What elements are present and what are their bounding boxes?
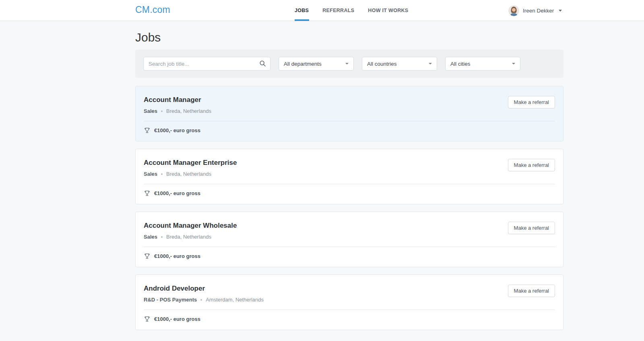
cm-logo[interactable]: CM.com bbox=[135, 4, 170, 15]
job-location: Breda, Netherlands bbox=[166, 108, 211, 114]
job-list: Account Manager Sales Breda, Netherlands… bbox=[135, 86, 564, 330]
page-title: Jobs bbox=[135, 31, 564, 44]
nav-tab-jobs[interactable]: JOBS bbox=[294, 0, 310, 21]
trophy-icon bbox=[144, 190, 151, 197]
job-reward-text: €1000,- euro gross bbox=[154, 127, 200, 133]
countries-dropdown[interactable]: All countries bbox=[362, 57, 437, 71]
trophy-icon bbox=[144, 253, 151, 260]
departments-dropdown-value: All departments bbox=[284, 61, 322, 67]
job-card-account-manager-enterprise[interactable]: Account Manager Enterprise Sales Breda, … bbox=[135, 149, 564, 204]
main-content: Jobs All departments All countries All c… bbox=[135, 31, 564, 330]
job-reward: €1000,- euro gross bbox=[144, 121, 555, 139]
nav-tab-how-it-works-label: HOW IT WORKS bbox=[368, 8, 408, 13]
job-title: Account Manager Wholesale bbox=[144, 222, 555, 230]
top-header: CM.com JOBS REFERRALS HOW IT WORKS Ireen… bbox=[0, 0, 644, 21]
job-meta: Sales Breda, Netherlands bbox=[144, 234, 555, 240]
job-location: Amsterdam, Netherlands bbox=[206, 297, 264, 303]
search-input[interactable] bbox=[143, 57, 270, 71]
job-title: Account Manager Enterprise bbox=[144, 159, 555, 167]
user-name: Ireen Dekker bbox=[523, 8, 554, 14]
job-meta: R&D - POS Payments Amsterdam, Netherland… bbox=[144, 297, 555, 303]
nav-tab-referrals[interactable]: REFERRALS bbox=[322, 0, 355, 21]
job-reward: €1000,- euro gross bbox=[144, 247, 555, 265]
job-card-account-manager-wholesale[interactable]: Account Manager Wholesale Sales Breda, N… bbox=[135, 212, 564, 267]
main-nav: JOBS REFERRALS HOW IT WORKS bbox=[294, 0, 409, 21]
job-reward: €1000,- euro gross bbox=[144, 310, 555, 328]
job-department: Sales bbox=[144, 234, 157, 240]
dot-separator bbox=[161, 110, 163, 112]
trophy-icon bbox=[144, 316, 151, 322]
job-meta: Sales Breda, Netherlands bbox=[144, 171, 555, 177]
countries-dropdown-value: All countries bbox=[367, 61, 397, 67]
departments-dropdown[interactable]: All departments bbox=[279, 57, 354, 71]
job-card-account-manager[interactable]: Account Manager Sales Breda, Netherlands… bbox=[135, 86, 564, 141]
nav-tab-how-it-works[interactable]: HOW IT WORKS bbox=[367, 0, 409, 21]
job-title: Android Developer bbox=[144, 285, 555, 293]
nav-tab-jobs-label: JOBS bbox=[295, 8, 309, 13]
make-referral-button[interactable]: Make a referral bbox=[508, 96, 555, 108]
chevron-down-icon bbox=[559, 10, 562, 12]
make-referral-button[interactable]: Make a referral bbox=[508, 222, 555, 234]
job-reward-text: €1000,- euro gross bbox=[154, 190, 200, 196]
job-location: Breda, Netherlands bbox=[166, 234, 211, 240]
chevron-down-icon bbox=[345, 63, 349, 64]
job-card-android-developer[interactable]: Android Developer R&D - POS Payments Ams… bbox=[135, 274, 564, 330]
filter-bar: All departments All countries All cities bbox=[135, 50, 564, 78]
job-reward-text: €1000,- euro gross bbox=[154, 253, 200, 259]
chevron-down-icon bbox=[512, 63, 515, 64]
job-location: Breda, Netherlands bbox=[166, 171, 211, 177]
job-department: Sales bbox=[144, 171, 157, 177]
chevron-down-icon bbox=[429, 63, 432, 64]
job-title: Account Manager bbox=[144, 96, 555, 104]
job-department: Sales bbox=[144, 108, 157, 114]
user-avatar bbox=[508, 5, 519, 16]
job-reward-text: €1000,- euro gross bbox=[154, 316, 200, 322]
make-referral-button[interactable]: Make a referral bbox=[508, 159, 555, 171]
job-meta: Sales Breda, Netherlands bbox=[144, 108, 555, 114]
make-referral-button[interactable]: Make a referral bbox=[508, 285, 555, 297]
dot-separator bbox=[161, 173, 163, 175]
cities-dropdown[interactable]: All cities bbox=[445, 57, 520, 71]
dot-separator bbox=[200, 299, 202, 301]
job-reward: €1000,- euro gross bbox=[144, 184, 555, 202]
user-menu[interactable]: Ireen Dekker bbox=[508, 0, 562, 21]
cities-dropdown-value: All cities bbox=[450, 61, 471, 67]
trophy-icon bbox=[144, 127, 151, 134]
search-field-wrap bbox=[143, 57, 270, 71]
dot-separator bbox=[161, 236, 163, 238]
job-department: R&D - POS Payments bbox=[144, 297, 197, 303]
nav-tab-referrals-label: REFERRALS bbox=[322, 8, 354, 13]
